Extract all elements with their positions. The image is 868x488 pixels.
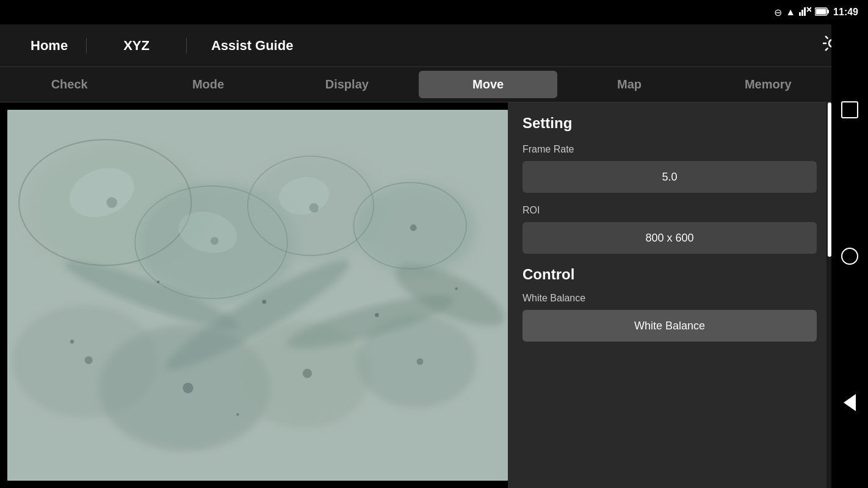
tab-display[interactable]: Display [278, 67, 416, 102]
svg-point-37 [410, 224, 417, 231]
tab-check[interactable]: Check [0, 67, 139, 102]
recent-apps-icon [841, 101, 858, 118]
recent-apps-button[interactable] [839, 99, 861, 121]
nav-home-button[interactable]: Home [12, 38, 86, 54]
status-bar: ⊖ ▲ 11:49 [0, 0, 868, 24]
svg-point-42 [262, 300, 267, 304]
frame-rate-value[interactable]: 5.0 [523, 161, 817, 193]
svg-point-45 [455, 287, 458, 290]
battery-icon [815, 7, 830, 18]
nav-assist-button[interactable]: Assist Guide [187, 38, 822, 54]
roi-label: ROI [523, 205, 817, 216]
svg-line-13 [825, 36, 828, 38]
camera-view [7, 110, 508, 481]
home-button[interactable] [839, 245, 861, 267]
system-buttons [831, 24, 868, 488]
control-title: Control [523, 266, 817, 283]
microscope-image [7, 110, 508, 481]
svg-point-44 [375, 313, 379, 317]
home-icon [841, 248, 858, 265]
scroll-track[interactable] [826, 102, 831, 488]
svg-point-47 [236, 413, 239, 415]
white-balance-button[interactable]: White Balance [523, 310, 817, 342]
tab-memory[interactable]: Memory [699, 67, 837, 102]
signal-x-icon [799, 6, 811, 18]
svg-rect-1 [801, 10, 803, 16]
tab-map[interactable]: Map [560, 67, 698, 102]
main-content: Setting Frame Rate 5.0 ROI 800 x 600 Con… [0, 102, 868, 488]
svg-point-43 [157, 281, 159, 283]
back-button[interactable] [839, 392, 861, 414]
do-not-disturb-icon: ⊖ [774, 7, 782, 18]
svg-rect-0 [799, 12, 801, 16]
svg-rect-7 [816, 9, 826, 14]
roi-value[interactable]: 800 x 600 [523, 222, 817, 254]
tab-move[interactable]: Move [419, 71, 557, 98]
svg-line-16 [825, 48, 828, 51]
wifi-icon: ▲ [786, 7, 795, 18]
svg-point-38 [85, 356, 93, 364]
setting-title: Setting [523, 115, 817, 132]
svg-rect-6 [827, 10, 829, 13]
tab-bar: Check Mode Display Move Map Memory [0, 67, 868, 102]
svg-point-21 [357, 182, 476, 275]
tab-mode[interactable]: Mode [139, 67, 277, 102]
white-balance-label: White Balance [523, 293, 817, 304]
svg-point-40 [303, 369, 312, 378]
status-time: 11:49 [833, 7, 858, 18]
back-icon [844, 394, 856, 411]
frame-rate-label: Frame Rate [523, 144, 817, 155]
svg-point-46 [70, 340, 74, 344]
svg-rect-2 [804, 7, 806, 16]
status-icons: ⊖ ▲ 11:49 [774, 6, 858, 18]
svg-point-39 [183, 382, 193, 393]
svg-point-41 [417, 358, 424, 365]
top-nav: Home XYZ Assist Guide [0, 24, 868, 67]
right-panel: Setting Frame Rate 5.0 ROI 800 x 600 Con… [508, 102, 831, 488]
nav-xyz-button[interactable]: XYZ [86, 38, 187, 54]
